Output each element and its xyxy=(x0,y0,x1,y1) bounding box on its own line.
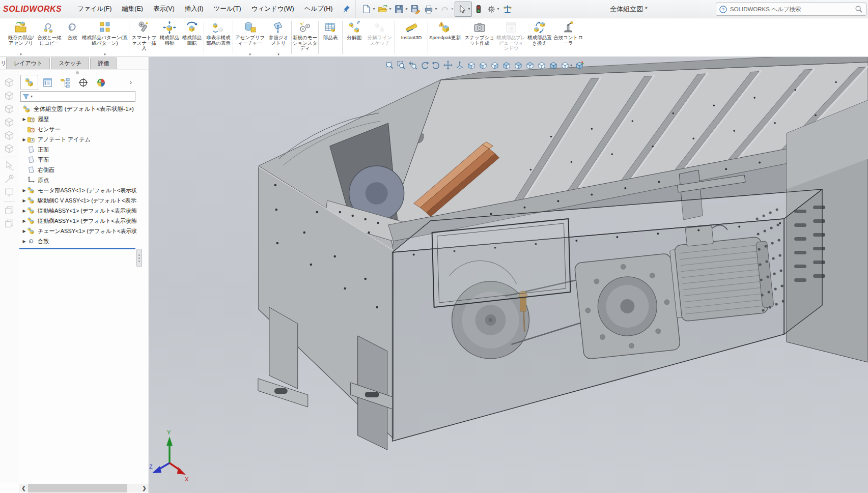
scroll-thumb[interactable] xyxy=(28,484,127,492)
tree-item-13[interactable]: ▶合致 xyxy=(18,236,136,246)
panel-splitter-handle[interactable] xyxy=(136,249,142,267)
ribbon-mate-button[interactable]: 合致 xyxy=(63,18,81,56)
expand-arrow[interactable]: ▶ xyxy=(21,239,27,244)
pin-icon[interactable] xyxy=(338,5,355,13)
traffic-light-button[interactable] xyxy=(472,2,485,16)
tree-item-12[interactable]: ▶チェーンASSY<1> (デフォルト<表示状態-1>) xyxy=(18,226,136,236)
tree-item-3[interactable]: ▶Aアノテート アイテム xyxy=(18,134,136,144)
inspection-window[interactable] xyxy=(432,219,571,307)
previous-view-button[interactable] xyxy=(408,60,418,70)
orientation-triad[interactable]: Y Z X xyxy=(149,429,189,482)
expand-arrow[interactable]: ▶ xyxy=(21,219,27,223)
expand-arrow[interactable]: ▶ xyxy=(21,229,27,234)
ribbon-snapshot-button[interactable]: スナップショット作成 xyxy=(463,18,496,56)
graphics-viewport[interactable]: ▾ xyxy=(149,57,868,493)
rollback-bar[interactable] xyxy=(19,248,135,249)
options-gear-button[interactable]: ▾ xyxy=(485,2,500,16)
select-cursor-button[interactable]: ▾ xyxy=(455,2,472,17)
scroll-track[interactable] xyxy=(28,484,140,492)
ribbon-component-pattern-button[interactable]: 構成部品パターン(直線パターン)▾ xyxy=(81,18,128,56)
open-document-dropdown-caret[interactable]: ▾ xyxy=(389,7,391,11)
ribbon-dropdown-caret[interactable]: ▾ xyxy=(249,52,251,56)
tree-item-1[interactable]: ▶履歴 xyxy=(18,114,136,124)
tree-item-5[interactable]: 平面 xyxy=(18,155,136,165)
pan-button[interactable] xyxy=(443,60,453,70)
menu-item-4[interactable]: ツール(T) xyxy=(209,0,246,18)
featuremanager-tree-tab[interactable] xyxy=(20,75,38,90)
measure-scale-button[interactable] xyxy=(501,2,514,16)
ribbon-replace-components-button[interactable]: 構成部品置き換え xyxy=(526,18,553,56)
ribbon-reference-geometry-button[interactable]: 参照ジオメトリ▾ xyxy=(266,18,291,56)
zoom-area-button[interactable] xyxy=(396,60,406,70)
expand-arrow[interactable]: ▶ xyxy=(21,117,27,122)
search-icon[interactable] xyxy=(855,5,863,13)
ribbon-dropdown-caret[interactable]: ▾ xyxy=(104,52,106,56)
section-view-button[interactable] xyxy=(466,60,477,70)
ribbon-motion-study-button[interactable]: 新規のモーションスタディ xyxy=(292,18,318,56)
print-dropdown-caret[interactable]: ▾ xyxy=(435,7,437,11)
open-document-button[interactable]: ▾ xyxy=(376,2,393,16)
print-button[interactable]: ▾ xyxy=(422,2,438,16)
tree-item-9[interactable]: ▶駆動側C V ASSY<1> (デフォルト<表示状態-1>) xyxy=(18,195,136,206)
scroll-left-arrow[interactable]: ❮ xyxy=(19,485,28,491)
dimxpert-manager-tab[interactable] xyxy=(75,75,92,90)
tree-item-8[interactable]: ▶モータ部ASSY<1> (デフォルト<表示状態-1>) xyxy=(18,185,136,195)
appearances-tab[interactable] xyxy=(93,75,109,90)
options-gear-dropdown-caret[interactable]: ▾ xyxy=(497,7,499,11)
roll-view-button[interactable] xyxy=(431,60,441,70)
save-dropdown-caret[interactable]: ▾ xyxy=(405,7,407,11)
ribbon-show-hidden-components-button[interactable]: 非表示構成部品の表示 xyxy=(205,18,232,56)
manager-overflow-chevron[interactable]: › xyxy=(127,79,134,86)
tab-評価[interactable]: 評価 xyxy=(90,57,117,69)
ribbon-existing-part-button[interactable]: 既存の部品/アセンブリ▾ xyxy=(6,18,36,56)
tree-item-10[interactable]: ▶従動軸ASSY<1> (デフォルト<表示状態-1>) xyxy=(18,206,136,216)
tree-filter-box[interactable]: ▾ xyxy=(20,91,135,102)
ribbon-smart-fasteners-button[interactable]: スマートファスナー挿入 xyxy=(130,18,158,56)
select-cursor-dropdown-caret[interactable]: ▾ xyxy=(468,7,470,11)
tree-item-2[interactable]: センサー xyxy=(18,124,136,134)
view-back-button[interactable] xyxy=(490,60,500,70)
view-left-button[interactable] xyxy=(501,60,512,70)
menu-item-2[interactable]: 表示(V) xyxy=(148,0,180,18)
tree-item-6[interactable]: 右側面 xyxy=(18,165,136,175)
view-bottom-button[interactable] xyxy=(537,60,547,70)
view-front-button[interactable] xyxy=(478,60,488,70)
viewport-3d[interactable]: Y Z X xyxy=(149,57,868,493)
normal-to-button[interactable] xyxy=(455,60,465,70)
zoom-fit-button[interactable] xyxy=(384,60,395,70)
tree-item-11[interactable]: ▶従動側ASSY<1> (デフォルト<表示状態-1>) xyxy=(18,216,136,226)
filter-dropdown-caret[interactable]: ▾ xyxy=(31,94,33,99)
new-document-dropdown-caret[interactable]: ▾ xyxy=(373,7,375,11)
menu-item-1[interactable]: 編集(E) xyxy=(117,0,148,18)
configuration-manager-tab[interactable] xyxy=(57,75,74,90)
ribbon-instant3d-button[interactable]: Instant3D xyxy=(396,18,427,56)
view-isometric-button[interactable] xyxy=(548,60,558,70)
menu-item-5[interactable]: ウィンドウ(W) xyxy=(246,0,299,18)
tree-item-0[interactable]: 全体組立図 (デフォルト<表示状態-1>) xyxy=(18,104,136,114)
view-right-button[interactable] xyxy=(513,60,523,70)
ribbon-bom-button[interactable]: 部品表 xyxy=(319,18,342,56)
tree-item-4[interactable]: 正面 xyxy=(18,144,136,155)
view-top-button[interactable] xyxy=(525,60,535,70)
ribbon-rotate-component-button[interactable]: 構成部品回転 xyxy=(181,18,203,56)
save-as-button[interactable] xyxy=(409,2,422,16)
tab-スケッチ[interactable]: スケッチ xyxy=(51,57,89,69)
ribbon-assembly-features-button[interactable]: アセンブリフィーチャー▾ xyxy=(234,18,266,56)
tree-horizontal-scrollbar[interactable]: ❮ ❯ xyxy=(19,484,149,492)
help-search-box[interactable]: ? SOLIDWORKS ヘルプ検索 xyxy=(716,3,866,16)
ribbon-copy-with-mates-button[interactable]: 合致と一緒にコピー xyxy=(36,18,63,56)
edit-appearance-button[interactable] xyxy=(574,60,584,70)
ribbon-exploded-view-button[interactable]: 分解図 xyxy=(343,18,366,56)
scroll-right-arrow[interactable]: ❯ xyxy=(140,485,149,491)
ribbon-dropdown-caret[interactable]: ▾ xyxy=(277,52,279,56)
menu-item-3[interactable]: 挿入(I) xyxy=(180,0,209,18)
ribbon-speedpak-button[interactable]: !Speedpak更新 xyxy=(429,18,461,56)
panel-resize-dot[interactable] xyxy=(76,71,79,74)
filter-funnel-icon[interactable] xyxy=(22,93,30,100)
menu-item-0[interactable]: ファイル(F) xyxy=(72,0,117,18)
conveyor-model[interactable] xyxy=(258,57,868,450)
display-style-button[interactable]: ▾ xyxy=(560,60,573,70)
ribbon-move-component-button[interactable]: 構成部品移動 xyxy=(158,18,181,56)
save-button[interactable]: ▾ xyxy=(393,2,409,16)
propertymanager-tab[interactable] xyxy=(39,75,56,90)
